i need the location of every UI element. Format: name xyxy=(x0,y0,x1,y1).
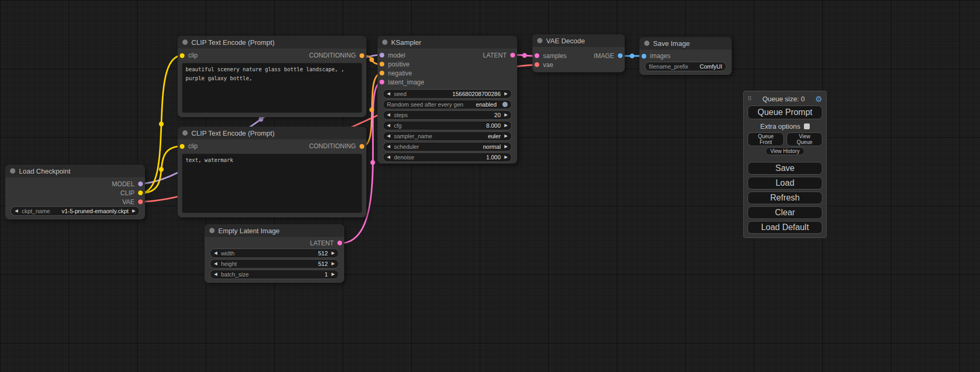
node-titlebar[interactable]: VAE Decode xyxy=(532,34,625,47)
toggle-knob-icon[interactable] xyxy=(502,102,508,107)
link-midpoint-dot-positive-cond xyxy=(370,58,374,62)
link-midpoint-dot-clip-negative xyxy=(159,167,164,172)
decrement-arrow-icon[interactable]: ◀ xyxy=(387,113,390,117)
widget-name: ckpt_name xyxy=(22,208,50,214)
save-button[interactable]: Save xyxy=(748,162,822,175)
queue-front-button[interactable]: Queue Front xyxy=(748,132,784,146)
negative-prompt-textarea[interactable]: text, watermark xyxy=(182,154,362,213)
input-label-negative: negative xyxy=(388,70,412,77)
node-ksampler[interactable]: KSampler model LATENT positive xyxy=(377,36,517,164)
decrement-arrow-icon[interactable]: ◀ xyxy=(214,251,217,255)
widget-ckpt-name[interactable]: ◀ ckpt_name v1-5-pruned-emaonly.ckpt ▶ xyxy=(11,206,140,216)
node-status-dot-icon xyxy=(209,228,215,233)
refresh-button[interactable]: Refresh xyxy=(748,192,822,204)
widget-random-seed-toggle[interactable]: Random seed after every gen enabled xyxy=(383,100,512,109)
node-empty-latent-image[interactable]: Empty Latent Image LATENT ◀ width 512 ▶ … xyxy=(205,224,344,283)
settings-gear-icon[interactable]: ⚙ xyxy=(816,95,822,103)
node-vae-decode[interactable]: VAE Decode samples IMAGE vae xyxy=(532,34,625,72)
increment-arrow-icon[interactable]: ▶ xyxy=(504,113,508,117)
widget-value: 20 xyxy=(494,112,501,118)
output-port-conditioning[interactable] xyxy=(360,144,364,149)
increment-arrow-icon[interactable]: ▶ xyxy=(504,92,508,96)
decrement-arrow-icon[interactable]: ◀ xyxy=(214,272,217,276)
node-titlebar[interactable]: Empty Latent Image xyxy=(205,224,344,237)
input-label-vae: vae xyxy=(543,61,553,69)
node-save-image[interactable]: Save Image images filename_prefix ComfyU… xyxy=(639,37,732,75)
decrement-arrow-icon[interactable]: ◀ xyxy=(387,134,390,138)
load-button[interactable]: Load xyxy=(748,177,822,189)
widget-sampler-name[interactable]: ◀ sampler_name euler ▶ xyxy=(383,131,512,141)
drag-handle-icon[interactable]: ⠿ xyxy=(748,96,752,102)
output-port-conditioning[interactable] xyxy=(360,53,364,58)
node-title: KSampler xyxy=(391,39,421,46)
link-midpoint-dot-negative-cond xyxy=(370,108,374,112)
clear-button[interactable]: Clear xyxy=(748,206,822,219)
widget-value: 1 xyxy=(325,271,328,278)
node-title: Empty Latent Image xyxy=(218,227,279,235)
widget-cfg[interactable]: ◀ cfg 8.000 ▶ xyxy=(383,121,512,130)
increment-arrow-icon[interactable]: ▶ xyxy=(504,155,508,159)
node-status-dot-icon xyxy=(644,41,649,46)
node-titlebar[interactable]: Load Checkpoint xyxy=(5,165,145,177)
output-port-image[interactable] xyxy=(618,53,623,58)
link-midpoint-dot-model xyxy=(259,117,264,122)
increment-arrow-icon[interactable]: ▶ xyxy=(504,134,508,138)
increment-arrow-icon[interactable]: ▶ xyxy=(332,272,335,276)
widget-scheduler[interactable]: ◀ scheduler normal ▶ xyxy=(383,142,512,151)
widget-name: denoise xyxy=(394,154,414,160)
node-titlebar[interactable]: CLIP Text Encode (Prompt) xyxy=(178,36,366,49)
widget-filename-prefix[interactable]: filename_prefix ComfyUI xyxy=(645,62,726,71)
output-port-latent[interactable] xyxy=(510,53,515,58)
decrement-arrow-icon[interactable]: ◀ xyxy=(387,155,390,159)
decrement-arrow-icon[interactable]: ◀ xyxy=(15,209,18,213)
node-titlebar[interactable]: CLIP Text Encode (Prompt) xyxy=(178,127,366,139)
increment-arrow-icon[interactable]: ▶ xyxy=(504,145,508,149)
load-default-button[interactable]: Load Default xyxy=(748,221,822,234)
decrement-arrow-icon[interactable]: ◀ xyxy=(387,145,390,149)
increment-arrow-icon[interactable]: ▶ xyxy=(332,251,335,255)
input-port-clip[interactable] xyxy=(180,144,185,149)
node-titlebar[interactable]: KSampler xyxy=(377,36,517,49)
node-titlebar[interactable]: Save Image xyxy=(639,37,732,50)
input-port-latent-image[interactable] xyxy=(380,80,384,84)
input-port-positive[interactable] xyxy=(380,62,384,66)
node-clip-text-encode-negative[interactable]: CLIP Text Encode (Prompt) clip CONDITION… xyxy=(178,127,366,217)
widget-height[interactable]: ◀ height 512 ▶ xyxy=(210,259,339,269)
widget-value: 8.000 xyxy=(486,122,501,129)
increment-arrow-icon[interactable]: ▶ xyxy=(132,209,135,213)
widget-name: batch_size xyxy=(221,271,249,278)
node-title: CLIP Text Encode (Prompt) xyxy=(191,39,275,46)
node-clip-text-encode-positive[interactable]: CLIP Text Encode (Prompt) clip CONDITION… xyxy=(178,36,366,117)
node-load-checkpoint[interactable]: Load Checkpoint MODEL CLIP VAE xyxy=(5,165,145,220)
widget-batch-size[interactable]: ◀ batch_size 1 ▶ xyxy=(210,270,339,279)
input-port-samples[interactable] xyxy=(535,53,539,58)
widget-steps[interactable]: ◀ steps 20 ▶ xyxy=(383,110,512,120)
view-history-button[interactable]: View History xyxy=(765,147,804,155)
view-queue-button[interactable]: View Queue xyxy=(787,132,822,146)
input-port-clip[interactable] xyxy=(180,53,185,58)
input-port-images[interactable] xyxy=(642,54,646,59)
queue-prompt-button[interactable]: Queue Prompt xyxy=(748,106,822,119)
input-port-model[interactable] xyxy=(380,53,384,58)
decrement-arrow-icon[interactable]: ◀ xyxy=(214,262,217,266)
decrement-arrow-icon[interactable]: ◀ xyxy=(387,92,390,96)
widget-width[interactable]: ◀ width 512 ▶ xyxy=(210,249,339,258)
output-port-clip[interactable] xyxy=(138,190,143,195)
graph-canvas[interactable]: Load Checkpoint MODEL CLIP VAE xyxy=(0,0,980,372)
decrement-arrow-icon[interactable]: ◀ xyxy=(387,123,390,128)
output-port-latent[interactable] xyxy=(337,241,342,245)
link-midpoint-dot-samples xyxy=(522,53,527,58)
extra-options-checkbox[interactable] xyxy=(804,123,810,129)
widget-seed[interactable]: ◀ seed 156680208700286 ▶ xyxy=(383,89,512,99)
input-port-negative[interactable] xyxy=(380,71,384,75)
increment-arrow-icon[interactable]: ▶ xyxy=(332,262,335,266)
output-port-model[interactable] xyxy=(138,182,143,186)
output-label-vae: VAE xyxy=(122,198,134,206)
increment-arrow-icon[interactable]: ▶ xyxy=(504,123,508,128)
output-port-vae[interactable] xyxy=(138,199,143,204)
positive-prompt-textarea[interactable]: beautiful scenery nature glass bottle la… xyxy=(182,63,362,113)
widget-value: 1.000 xyxy=(486,154,501,160)
widget-denoise[interactable]: ◀ denoise 1.000 ▶ xyxy=(383,152,512,162)
input-port-vae[interactable] xyxy=(535,62,539,67)
widget-name: filename_prefix xyxy=(649,63,688,70)
